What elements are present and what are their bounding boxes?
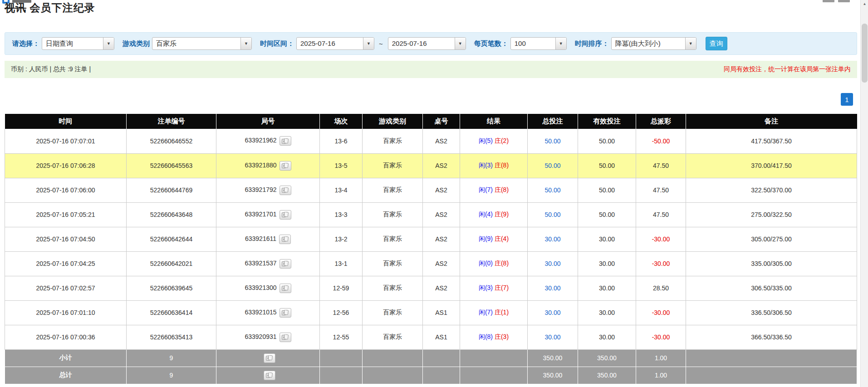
total-bet-link[interactable]: 30.00 [544,284,560,292]
total-bet-link[interactable]: 30.00 [544,309,560,316]
banker-result: 庄(7) [495,284,509,291]
bet-record-row: 2025-07-16 07:07:01522660646552633921962… [5,129,857,153]
payout-value: 28.50 [653,284,669,292]
toolbar-icon [823,0,834,2]
footer-empty [320,349,363,367]
date-from-select[interactable]: 2025-07-16 ▼ [296,37,374,50]
bet-record-row: 2025-07-16 07:04:50522660642644633921611… [5,227,857,251]
cell-game-type: 百家乐 [363,325,423,349]
cell-result: 闲(3) 庄(7) [460,276,528,300]
bet-record-row: 2025-07-16 07:01:10522660636414633921015… [5,300,857,325]
date-from-value: 2025-07-16 [297,38,363,49]
column-header: 有效投注 [578,114,636,129]
cell-valid-bet: 30.00 [578,251,636,276]
column-header: 备注 [686,114,857,129]
cell-note: 275.00/322.50 [686,202,857,227]
cell-total-bet: 30.00 [528,276,578,300]
banker-result: 庄(9) [495,211,509,218]
round-replay-icon[interactable] [280,186,291,195]
total-bet-link[interactable]: 30.00 [544,235,560,243]
total-bet-link[interactable]: 30.00 [544,333,560,341]
chevron-down-icon[interactable]: ▼ [363,38,374,49]
time-sort-label: 时间排序： [575,39,609,48]
total-bet-link[interactable]: 50.00 [544,137,560,145]
cell-bet-id: 522660636414 [127,300,216,325]
date-to-select[interactable]: 2025-07-16 ▼ [388,37,466,50]
cell-bet-id: 522660643648 [127,202,216,227]
query-type-select[interactable]: 日期查询 ▼ [42,37,114,50]
chevron-down-icon[interactable]: ▼ [685,38,696,49]
bet-record-row: 2025-07-16 07:00:36522660635413633920931… [5,325,857,349]
scroll-up-arrow-icon[interactable]: ▲ [861,0,868,8]
player-result: 闲(3) [479,284,493,291]
total-bet-link[interactable]: 50.00 [544,162,560,169]
footer-empty [423,349,460,367]
total-bet-link[interactable]: 50.00 [544,186,560,194]
cell-time: 2025-07-16 07:01:10 [5,300,127,325]
chevron-down-icon[interactable]: ▼ [555,38,566,49]
cell-time: 2025-07-16 07:04:50 [5,227,127,251]
time-sort-select[interactable]: 降冪(由大到小) ▼ [611,37,696,50]
subtotal-row: 小计9350.00350.001.00 [5,349,857,367]
scrollbar-thumb[interactable] [862,24,868,83]
player-result: 闲(9) [479,235,493,242]
bet-record-row: 2025-07-16 07:04:25522660642021633921537… [5,251,857,276]
round-replay-icon[interactable] [280,284,291,293]
cell-total-bet: 30.00 [528,325,578,349]
chevron-down-icon[interactable]: ▼ [103,38,114,49]
cell-payout: -50.00 [636,129,686,153]
bet-record-row: 2025-07-16 07:06:28522660645563633921880… [5,153,857,178]
round-replay-icon[interactable] [280,308,291,318]
search-button[interactable]: 查询 [706,37,727,50]
pagination-page-button[interactable]: 1 [841,93,853,106]
round-replay-icon[interactable] [264,371,275,380]
round-replay-icon[interactable] [280,161,291,171]
vertical-scrollbar[interactable]: ▲ [860,0,868,387]
cell-bet-id: 522660642644 [127,227,216,251]
notice-text: 同局有效投注，统一计算在该局第一张注单内 [724,65,851,73]
cell-valid-bet: 30.00 [578,325,636,349]
page-size-select[interactable]: 100 ▼ [510,37,567,50]
cell-payout: -30.00 [636,227,686,251]
cell-round: 633921880 [216,153,320,178]
footer-empty [686,367,857,384]
total-bet-link[interactable]: 30.00 [544,260,560,267]
payout-value: -30.00 [652,309,670,316]
cell-total-bet: 30.00 [528,300,578,325]
cell-table-no: AS2 [423,129,460,153]
banker-result: 庄(4) [495,235,509,242]
cell-result: 闲(3) 庄(8) [460,153,528,178]
round-replay-icon[interactable] [280,136,291,146]
banker-result: 庄(1) [495,309,509,316]
footer-valid-bet: 350.00 [578,367,636,384]
cell-game-type: 百家乐 [363,227,423,251]
chevron-down-icon[interactable]: ▼ [455,38,466,49]
cell-time: 2025-07-16 07:05:21 [5,202,127,227]
footer-empty [363,349,423,367]
footer-empty [320,367,363,384]
game-type-select[interactable]: 百家乐 ▼ [152,37,252,50]
round-replay-icon[interactable] [280,333,291,342]
time-sort-value: 降冪(由大到小) [612,38,685,49]
cell-session: 12-55 [320,325,363,349]
cell-payout: -30.00 [636,251,686,276]
cell-payout: 47.50 [636,153,686,178]
round-replay-icon[interactable] [279,235,291,244]
total-bet-link[interactable]: 50.00 [544,211,560,218]
footer-empty [460,367,528,384]
footer-empty [423,367,460,384]
cell-bet-id: 522660639645 [127,276,216,300]
currency-summary: 币别 : 人民币 | 总共 :9 注单 | [11,65,91,73]
round-replay-icon[interactable] [280,259,291,269]
cell-bet-id: 522660644769 [127,178,216,202]
chevron-down-icon[interactable]: ▼ [240,38,251,49]
cell-valid-bet: 30.00 [578,227,636,251]
player-result: 闲(8) [479,333,493,340]
banker-result: 庄(8) [495,162,509,169]
round-replay-icon[interactable] [280,210,291,220]
footer-total-bet: 350.00 [528,367,578,384]
query-type-value: 日期查询 [42,38,103,49]
round-replay-icon[interactable] [264,353,275,363]
cell-note: 417.50/367.50 [686,129,857,153]
footer-empty [460,349,528,367]
